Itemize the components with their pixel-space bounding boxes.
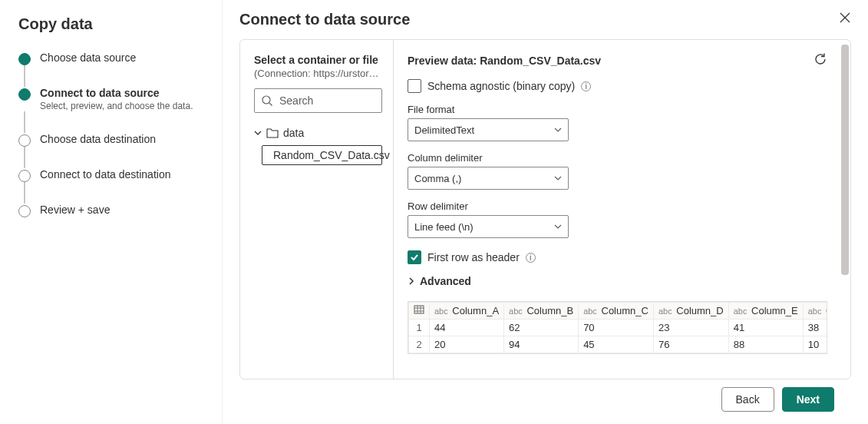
connection-string: (Connection: https://urstora...	[254, 68, 382, 79]
row-delimiter-select[interactable]: Line feed (\n)	[408, 215, 569, 238]
row-number-header	[409, 303, 430, 320]
scrollbar-thumb[interactable]	[841, 45, 849, 275]
search-input-wrapper[interactable]	[254, 88, 382, 113]
schema-agnostic-checkbox[interactable]	[408, 79, 421, 93]
file-pane-title: Select a container or file	[254, 54, 382, 66]
advanced-label: Advanced	[420, 275, 471, 287]
step-label: Connect to data sourceSelect, preview, a…	[40, 87, 193, 111]
footer: Back Next	[239, 387, 851, 424]
close-icon[interactable]	[839, 12, 851, 28]
refresh-icon[interactable]	[814, 52, 827, 68]
table-cell: 88	[728, 336, 803, 353]
first-row-as-header-row: First row as header i	[408, 250, 827, 264]
preview-table-wrap: abc Column_Aabc Column_Babc Column_Cabc …	[408, 301, 827, 354]
chevron-down-icon	[554, 126, 562, 134]
row-delimiter-row: Row delimiter Line feed (\n)	[408, 200, 827, 238]
page-title: Connect to data source	[239, 11, 410, 28]
search-icon	[261, 94, 273, 107]
main-header: Connect to data source	[239, 11, 851, 28]
file-label: Random_CSV_Data.csv	[273, 149, 390, 161]
wizard-step[interactable]: Choose data destination	[18, 133, 203, 147]
step-connector	[24, 182, 25, 204]
preview-table: abc Column_Aabc Column_Babc Column_Cabc …	[408, 302, 827, 353]
row-delimiter-label: Row delimiter	[408, 200, 827, 212]
step-indicator-icon	[18, 134, 31, 147]
column-delimiter-label: Column delimiter	[408, 152, 827, 164]
scrollbar[interactable]	[841, 45, 849, 374]
preview-title: Preview data: Random_CSV_Data.csv	[408, 55, 601, 67]
table-row[interactable]: 1446270234138	[409, 320, 828, 336]
chevron-down-icon	[254, 129, 262, 137]
step-connector	[24, 147, 25, 168]
file-format-row: File format DelimitedText	[408, 104, 827, 141]
table-cell: 45	[579, 336, 654, 353]
step-indicator-icon	[18, 205, 31, 217]
step-label: Choose data destination	[40, 133, 156, 145]
table-cell: 10	[803, 336, 827, 353]
table-cell: 41	[728, 320, 803, 336]
info-icon[interactable]: i	[526, 253, 536, 263]
column-header[interactable]: abc Column_F	[803, 303, 827, 320]
table-cell: 62	[504, 320, 579, 336]
wizard-step[interactable]: Connect to data destination	[18, 168, 203, 182]
step-connector	[24, 65, 25, 87]
step-indicator-icon	[18, 53, 31, 65]
column-header[interactable]: abc Column_D	[653, 303, 728, 320]
row-number-cell: 2	[409, 336, 430, 353]
table-cell: 44	[430, 320, 504, 336]
wizard-steps: Choose data sourceConnect to data source…	[18, 51, 203, 217]
column-delimiter-select[interactable]: Comma (,)	[408, 167, 569, 190]
advanced-toggle[interactable]: Advanced	[408, 275, 827, 287]
step-label: Connect to data destination	[40, 168, 170, 181]
chevron-right-icon	[408, 277, 415, 285]
schema-agnostic-label: Schema agnostic (binary copy)	[427, 80, 575, 92]
step-label: Review + save	[40, 204, 110, 216]
table-cell: 20	[430, 336, 504, 353]
file-format-label: File format	[408, 104, 827, 115]
chevron-down-icon	[554, 174, 562, 182]
first-row-as-header-label: First row as header	[427, 251, 520, 263]
column-header[interactable]: abc Column_E	[728, 303, 803, 320]
step-indicator-icon	[18, 170, 31, 182]
tree-folder-data[interactable]: data	[254, 124, 382, 142]
column-header[interactable]: abc Column_B	[504, 303, 579, 320]
table-cell: 94	[504, 336, 579, 353]
file-tree: data Random_CSV_Data.csv	[254, 124, 382, 165]
sidebar-title: Copy data	[18, 15, 203, 33]
search-input[interactable]	[279, 94, 375, 107]
wizard-step[interactable]: Choose data source	[18, 51, 203, 65]
preview-pane: Preview data: Random_CSV_Data.csv Schema…	[394, 40, 850, 379]
folder-icon	[266, 128, 279, 138]
next-button[interactable]: Next	[782, 387, 834, 412]
folder-label: data	[283, 127, 304, 139]
table-cell: 23	[653, 320, 728, 336]
table-cell: 38	[803, 320, 827, 336]
wizard-step[interactable]: Review + save	[18, 204, 203, 217]
row-number-cell: 1	[409, 320, 430, 336]
column-header[interactable]: abc Column_C	[579, 303, 654, 320]
sidebar: Copy data Choose data sourceConnect to d…	[0, 0, 223, 424]
tree-file-random-csv[interactable]: Random_CSV_Data.csv	[262, 145, 382, 165]
svg-rect-1	[414, 306, 424, 313]
main-panel: Connect to data source Select a containe…	[223, 0, 868, 424]
svg-point-0	[262, 96, 270, 104]
content-card: Select a container or file (Connection: …	[239, 39, 851, 379]
step-label: Choose data source	[40, 51, 136, 64]
schema-agnostic-row: Schema agnostic (binary copy) i	[408, 79, 827, 93]
file-browser-pane: Select a container or file (Connection: …	[240, 40, 394, 379]
step-connector	[24, 111, 25, 133]
first-row-as-header-checkbox[interactable]	[408, 250, 421, 264]
table-cell: 70	[579, 320, 654, 336]
wizard-step[interactable]: Connect to data sourceSelect, preview, a…	[18, 87, 203, 111]
chevron-down-icon	[554, 223, 562, 230]
file-format-select[interactable]: DelimitedText	[408, 118, 569, 141]
table-row[interactable]: 2209445768810	[409, 336, 828, 353]
info-icon[interactable]: i	[581, 81, 591, 91]
column-header[interactable]: abc Column_A	[430, 303, 504, 320]
step-indicator-icon	[18, 88, 31, 101]
table-icon	[414, 305, 424, 314]
column-delimiter-row: Column delimiter Comma (,)	[408, 152, 827, 190]
table-cell: 76	[653, 336, 728, 353]
back-button[interactable]: Back	[721, 387, 774, 412]
